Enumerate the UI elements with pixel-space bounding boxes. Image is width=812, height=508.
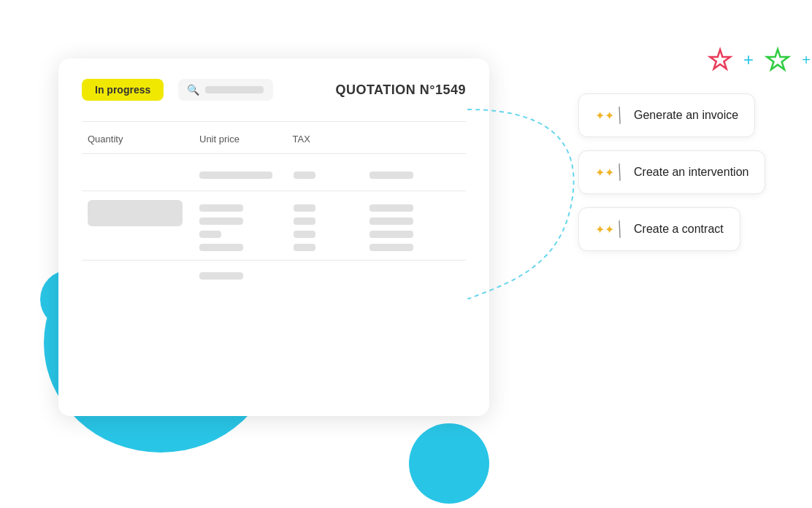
sparkles-icon: ✦✦ [595,166,614,180]
skel [199,218,243,225]
action-buttons: ✦✦ ╱ Generate an invoice ✦✦ ╱ Create an … [578,93,797,251]
table-row [82,197,466,254]
generate-invoice-label: Generate an invoice [634,109,738,122]
header-unit-price: Unit price [199,134,293,145]
header-divider [82,121,466,122]
sparkles-icon: ✦✦ [595,109,614,123]
skel [294,244,315,251]
scene: In progress 🔍 QUOTATION N°1549 Quantity … [0,0,812,508]
action-panel: ★ + ★ + ✦✦ ╱ Generate an invoice ✦✦ [564,44,797,251]
star-red-icon: ★ [708,45,732,75]
blob-bottom-right [409,423,489,504]
magic-icon-invoice: ✦✦ ╱ [595,107,624,123]
skel [369,204,413,212]
create-intervention-button[interactable]: ✦✦ ╱ Create an intervention [578,150,765,194]
magic-icon-contract: ✦✦ ╱ [595,221,624,237]
skel [369,244,413,251]
magic-icon-intervention: ✦✦ ╱ [595,164,624,180]
skel [369,231,413,238]
skel [199,272,243,280]
star-green-icon: ★ [765,44,790,76]
plus-blue-icon: + [743,50,754,70]
skel [199,231,221,238]
skel [369,218,413,225]
header-quantity: Quantity [88,134,199,145]
plus-blue-sm-icon: + [802,52,811,69]
create-intervention-label: Create an intervention [634,166,748,179]
row-divider [82,260,466,261]
table-row [82,266,466,285]
wand-icon: ╱ [612,163,627,182]
search-icon: 🔍 [187,84,199,96]
status-badge: In progress [82,79,164,101]
skel [199,172,272,179]
skel [294,231,315,238]
skel [294,204,315,212]
skel [294,218,315,225]
card-header: In progress 🔍 QUOTATION N°1549 [82,79,466,101]
search-placeholder [205,86,264,93]
decorators: ★ + ★ + [564,44,797,76]
create-intervention-wrapper: ✦✦ ╱ Create an intervention [578,150,797,194]
create-contract-button[interactable]: ✦✦ ╱ Create a contract [578,207,740,251]
create-contract-label: Create a contract [634,223,724,236]
skel [199,204,243,212]
row-divider [82,190,466,191]
sparkles-icon: ✦✦ [595,223,614,236]
quotation-card: In progress 🔍 QUOTATION N°1549 Quantity … [58,58,489,416]
generate-invoice-button[interactable]: ✦✦ ╱ Generate an invoice [578,93,755,137]
skel [88,200,183,226]
skel [199,244,243,251]
table-divider [82,153,466,154]
wand-icon: ╱ [612,107,627,125]
wand-icon: ╱ [612,220,627,239]
header-tax: TAX [293,134,367,145]
create-contract-wrapper: ✦✦ ╱ Create a contract [578,207,797,251]
generate-invoice-wrapper: ✦✦ ╱ Generate an invoice [578,93,797,137]
table-headers: Quantity Unit price TAX [82,134,466,145]
table-row [82,166,466,185]
skel [294,172,315,179]
search-box[interactable]: 🔍 [178,79,273,101]
skel [369,172,413,179]
